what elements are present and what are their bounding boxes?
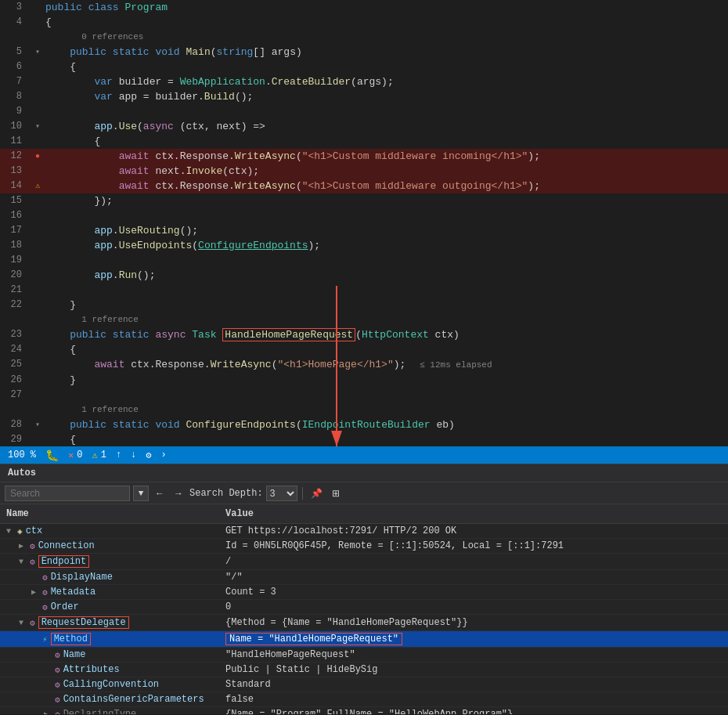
table-row[interactable]: ⚙ Attributes Public | Static | HideBySig (0, 663, 728, 677)
filter-icon[interactable]: ⚙ (146, 450, 151, 461)
var-name-boxed: Method (51, 633, 91, 645)
nav-down[interactable]: ↓ (131, 450, 136, 460)
code-line: 5 ▾ public static void Main(string[] arg… (0, 45, 728, 60)
back-button[interactable]: ← (152, 485, 168, 502)
code-line: 26 } (0, 373, 728, 388)
code-line-ref: 1 reference (0, 403, 728, 417)
property-icon: ⚙ (55, 710, 60, 715)
var-value-cell: false (219, 692, 728, 706)
var-name: Attributes (63, 664, 120, 675)
var-value-cell: / (219, 554, 728, 569)
var-value-cell: 0 (219, 600, 728, 614)
code-line: 10 ▾ app.Use(async (ctx, next) => (0, 119, 728, 134)
property-icon: ⚙ (30, 618, 35, 628)
table-row[interactable]: ⚙ DisplayName "/" (0, 570, 728, 585)
var-value-cell: "/" (219, 570, 728, 584)
table-row[interactable]: ▼ ⚙ RequestDelegate {Method = {Name = "H… (0, 615, 728, 631)
var-value-cell: Standard (219, 677, 728, 692)
code-lines: 3 public class Program 4 { 0 references … (0, 0, 728, 446)
expand-icon (41, 695, 52, 704)
code-line-highlighted: 13 await next.Invoke(ctx); (0, 164, 728, 179)
table-row[interactable]: ⚙ Order 0 (0, 600, 728, 615)
var-name-boxed: RequestDelegate (38, 616, 129, 629)
code-line: 19 (0, 253, 728, 268)
table-row[interactable]: ⚙ Name "HandleHomePageRequest" (0, 648, 728, 663)
code-line: 24 { (0, 342, 728, 357)
expand-icon (41, 681, 52, 689)
var-value-cell: Public | Static | HideBySig (219, 663, 728, 677)
pin-button[interactable]: 📌 (308, 485, 326, 502)
method-value-box: Name = "HandleHomePageRequest" (225, 633, 402, 645)
var-name-cell: ⚙ DisplayName (0, 570, 219, 584)
var-value-cell: "HandleHomePageRequest" (219, 648, 728, 662)
var-value-cell: Count = 3 (219, 585, 728, 599)
var-name-cell: ▶ ⚙ Connection (0, 539, 219, 553)
autos-toolbar: ▼ ← → Search Depth: 3 1 2 4 5 📌 ⊞ (0, 482, 728, 504)
code-line: 18 app.UseEndpoints(ConfigureEndpoints); (0, 238, 728, 253)
property-icon: ⚙ (55, 680, 60, 690)
property-icon: ⚙ (42, 602, 48, 612)
var-name: CallingConvention (63, 679, 159, 690)
code-editor-wrapper: 3 public class Program 4 { 0 references … (0, 0, 728, 714)
property-icon: ⚙ (30, 541, 35, 551)
code-line-method-box: 23 public static async Task HandleHomePa… (0, 327, 728, 342)
warning-count[interactable]: ⚠ 1 (92, 450, 106, 461)
var-name-cell: ⚙ Attributes (0, 663, 219, 677)
table-row[interactable]: ▼ ⚙ Endpoint / (0, 554, 728, 570)
code-line: 16 (0, 208, 728, 223)
var-name-cell: ▼ ⚙ Endpoint (0, 554, 219, 569)
forward-button[interactable]: → (171, 485, 186, 502)
expand-icon[interactable]: ▶ (41, 710, 52, 714)
expand-icon[interactable]: ▶ (28, 587, 39, 597)
property-icon: ⚙ (42, 572, 48, 583)
property-icon: ⚙ (55, 695, 60, 705)
search-input[interactable] (5, 486, 130, 501)
code-line: 15 }); (0, 193, 728, 208)
nav-up[interactable]: ↑ (116, 450, 121, 460)
code-line: 28 ▾ public static void ConfigureEndpoin… (0, 417, 728, 432)
expand-icon (41, 651, 52, 659)
more-options[interactable]: › (161, 450, 167, 460)
toolbar-separator (302, 487, 303, 500)
expand-icon[interactable]: ▼ (16, 619, 27, 627)
table-button[interactable]: ⊞ (329, 485, 343, 502)
code-line: 27 (0, 388, 728, 403)
table-row[interactable]: ▼ ◈ ctx GET https://localhost:7291/ HTTP… (0, 524, 728, 539)
var-name-cell: ▼ ⚙ RequestDelegate (0, 615, 219, 630)
table-row[interactable]: ▶ ⚙ Metadata Count = 3 (0, 585, 728, 600)
code-line: 6 { (0, 60, 728, 74)
debug-indicator: 🐛 (45, 449, 59, 462)
code-line: 17 app.UseRouting(); (0, 223, 728, 238)
table-row[interactable]: ▶ ⚙ Connection Id = 0HN5LR0Q6F45P, Remot… (0, 539, 728, 554)
code-editor[interactable]: 3 public class Program 4 { 0 references … (0, 0, 728, 446)
expand-icon[interactable]: ▶ (16, 541, 27, 551)
var-name-boxed: Endpoint (38, 555, 90, 568)
zoom-indicator[interactable]: 100 % (8, 450, 36, 460)
table-row[interactable]: ⚡ Method Name = "HandleHomePageRequest" (0, 631, 728, 648)
column-name-header: Name (0, 507, 219, 521)
code-line: 3 public class Program (0, 0, 728, 15)
variable-table: ▼ ◈ ctx GET https://localhost:7291/ HTTP… (0, 524, 728, 714)
property-icon: ⚙ (55, 650, 60, 660)
variable-table-header: Name Value (0, 504, 728, 524)
expand-icon[interactable]: ▼ (16, 558, 27, 566)
table-row[interactable]: ⚙ ContainsGenericParameters false (0, 692, 728, 707)
table-row[interactable]: ⚙ CallingConvention Standard (0, 677, 728, 692)
autos-panel: Autos ▼ ← → Search Depth: 3 1 2 4 5 📌 ⊞ … (0, 464, 728, 714)
var-name-cell: ⚡ Method (0, 631, 219, 647)
search-depth-select[interactable]: 3 1 2 4 5 (266, 486, 297, 501)
table-row[interactable]: ▶ ⚙ DeclaringType {Name = "Program" Full… (0, 707, 728, 714)
expand-icon[interactable]: ▼ (3, 527, 14, 536)
var-name-cell: ⚙ Name (0, 648, 219, 662)
search-button[interactable]: ▼ (133, 486, 149, 501)
code-line: 22 } (0, 298, 728, 312)
var-name: ContainsGenericParameters (63, 694, 204, 705)
code-line-highlighted: 14 ⚠ await ctx.Response.WriteAsync("<h1>… (0, 179, 728, 193)
expand-icon (41, 666, 52, 674)
warning-number: 1 (101, 450, 106, 460)
error-count[interactable]: ✕ 0 (68, 450, 82, 461)
var-value-cell: {Method = {Name = "HandleHomePageRequest… (219, 616, 728, 630)
var-name: Metadata (51, 587, 96, 598)
code-line-highlighted: 12 ● await ctx.Response.WriteAsync("<h1>… (0, 149, 728, 164)
code-line-elapsed: 25 await ctx.Response.WriteAsync("<h1>Ho… (0, 357, 728, 373)
